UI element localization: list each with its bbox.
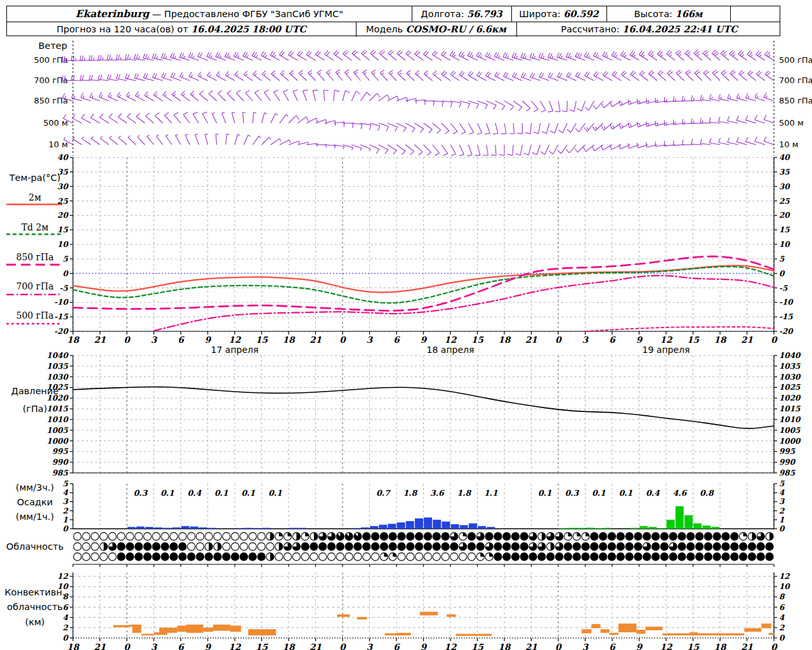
- axis-tick-label: 4: [779, 488, 785, 497]
- wind-barb-feather: [419, 152, 422, 155]
- cloud-cover-symbol: [117, 553, 125, 560]
- wind-barb-feather: [74, 96, 75, 98]
- cloud-cover-symbol: [205, 533, 213, 540]
- time-label-bottom: 0: [555, 642, 562, 650]
- wind-barb: [188, 57, 199, 60]
- cloud-cover-fill: [287, 533, 291, 536]
- wind-barb-feather: [164, 74, 166, 78]
- wind-barb: [216, 56, 226, 60]
- wind-barb-feather: [91, 55, 92, 60]
- wind-barb-feather: [613, 52, 617, 56]
- wind-barb: [459, 75, 468, 81]
- wind-barb-feather: [397, 50, 401, 53]
- wind-barb-feather: [112, 57, 112, 60]
- wind-barb: [100, 138, 109, 145]
- wind-barb-feather: [344, 70, 349, 72]
- wind-barb: [728, 142, 738, 145]
- axis-tick-label: 10: [779, 582, 790, 591]
- wind-barb: [521, 77, 532, 81]
- convective-cloud-block: [447, 614, 455, 617]
- cloud-cover-fill: [393, 553, 396, 557]
- cloud-cover-symbol: [608, 543, 615, 550]
- wind-barb-feather: [628, 143, 629, 149]
- wind-barb: [198, 56, 208, 60]
- cloud-cover-symbol: [442, 543, 449, 550]
- wind-barb-feather: [476, 104, 479, 109]
- wind-barb-feather: [550, 53, 552, 58]
- wind-barb: [694, 53, 702, 60]
- wind-barb-feather: [318, 73, 321, 74]
- wind-barb: [212, 114, 216, 123]
- wind-barb-feather: [188, 53, 191, 57]
- wind-barb: [548, 77, 558, 81]
- wind-barb-feather: [245, 53, 247, 57]
- wind-barb-feather: [646, 121, 647, 126]
- wind-barb-feather: [388, 95, 390, 99]
- wind-barb-feather: [265, 113, 267, 114]
- convective-cloud-block: [141, 634, 154, 635]
- wind-barb-feather: [550, 73, 553, 77]
- wind-barb-feather: [192, 94, 194, 96]
- wind-barb-feather: [521, 72, 524, 77]
- wind-barb-feather: [530, 72, 533, 77]
- cloud-cover-symbol: [407, 553, 414, 560]
- cloud-cover-symbol: [161, 543, 169, 550]
- cloud-cover-fill: [752, 533, 756, 540]
- wind-barb-feather: [218, 53, 220, 57]
- wind-barb-feather: [361, 50, 365, 53]
- wind-barb-feather: [92, 95, 93, 98]
- wind-barb: [218, 93, 225, 101]
- axis-tick-label: 30: [57, 182, 69, 191]
- wind-barb-feather: [487, 53, 490, 57]
- wind-barb: [134, 78, 145, 81]
- cloud-cover-symbol: [398, 553, 405, 560]
- wind-barb-feather: [145, 74, 147, 78]
- wind-barb: [512, 57, 522, 60]
- wind-barb: [513, 145, 513, 156]
- wind-barb: [135, 96, 145, 101]
- time-label-bottom: 12: [660, 642, 673, 650]
- wind-barb-feather: [336, 70, 340, 72]
- wind-barb-feather: [216, 52, 218, 56]
- cloud-cover-symbol: [494, 533, 502, 540]
- cloud-cover-symbol: [599, 543, 607, 550]
- wind-barb: [279, 55, 289, 61]
- wind-barb: [414, 145, 422, 152]
- wind-barb-feather: [685, 70, 690, 73]
- cloud-cover-symbol: [345, 543, 353, 550]
- wind-barb: [207, 56, 217, 60]
- wind-barb-feather: [585, 107, 589, 110]
- convective-cloud-block: [337, 614, 350, 617]
- cloud-cover-symbol: [547, 553, 554, 560]
- wind-barb: [172, 95, 181, 101]
- axis-tick-label: 1010: [779, 415, 801, 424]
- wind-barb: [298, 117, 306, 123]
- wind-barb-feather: [346, 72, 348, 74]
- wind-barb-feather: [714, 51, 717, 55]
- wind-barb-feather: [281, 52, 284, 56]
- cloud-cover-fill: [103, 543, 107, 550]
- wind-barb-feather: [550, 131, 554, 133]
- cloud-cover-symbol: [398, 543, 405, 550]
- wind-barb-feather: [688, 55, 690, 56]
- wind-barb: [126, 96, 136, 101]
- wind-barb-feather: [343, 50, 347, 54]
- cloud-cover-symbol: [363, 553, 370, 560]
- axis-tick-label: 1005: [47, 426, 69, 435]
- wind-barb-feather: [81, 93, 83, 98]
- cloud-cover-symbol: [599, 533, 607, 540]
- wind-barb: [284, 91, 289, 101]
- cloud-cover-symbol: [152, 543, 160, 550]
- cloud-cover-symbol: [327, 543, 335, 550]
- wind-barb-feather: [541, 110, 546, 112]
- wind-barb-feather: [745, 137, 748, 142]
- wind-barb-feather: [127, 113, 131, 117]
- wind-barb-feather: [262, 70, 266, 74]
- wind-barb-feather: [134, 74, 136, 78]
- wind-barb-feather: [226, 134, 229, 135]
- cloud-cover-fill: [463, 533, 467, 536]
- wind-barb-feather: [128, 95, 130, 97]
- cloud-cover-symbol: [494, 543, 502, 550]
- wind-barb: [612, 75, 621, 81]
- axis-tick-label: 15: [779, 225, 790, 234]
